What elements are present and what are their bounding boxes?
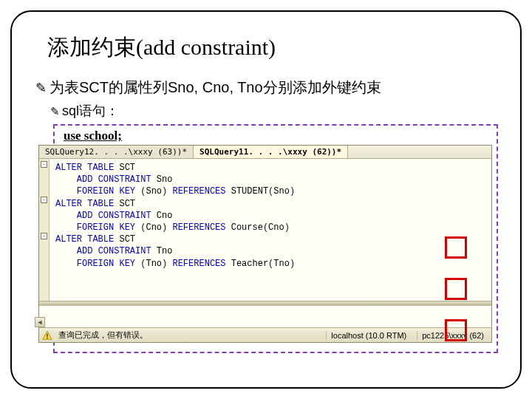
bullet-marker-icon: ✎ [35, 80, 47, 96]
use-statement: use school; [64, 129, 492, 143]
highlight-box [445, 236, 467, 259]
highlight-box [445, 319, 467, 341]
fold-icon[interactable]: - [41, 233, 47, 239]
code-region: use school; SQLQuery12. . . .\xxxy (63))… [53, 124, 498, 353]
scroll-left-icon[interactable]: ◄ [35, 317, 45, 327]
svg-rect-2 [47, 337, 48, 338]
code-lines: ALTER TABLE SCT ADD CONSTRAINT Sno FOREI… [55, 162, 490, 293]
tab-inactive[interactable]: SQLQuery12. . . .\xxxy (63))* [39, 146, 194, 158]
slide-frame: 添加约束(add constraint) ✎ 为表SCT的属性列Sno, Cno… [10, 10, 522, 389]
highlight-box [445, 278, 467, 300]
tab-bar: SQLQuery12. . . .\xxxy (63))* SQLQuery11… [39, 146, 491, 159]
fold-icon[interactable]: - [41, 161, 47, 168]
bullet-main: ✎ 为表SCT的属性列Sno, Cno, Tno分别添加外键约束 [35, 78, 501, 98]
fold-icon[interactable]: - [41, 197, 47, 203]
warning-icon [42, 330, 52, 341]
bullet-sub: ✎ sql语句： [50, 102, 501, 120]
bullet-sub-text: sql语句： [62, 102, 119, 120]
svg-rect-1 [47, 333, 48, 336]
tab-active[interactable]: SQLQuery11. . . .\xxxy (62))* [194, 146, 348, 158]
bullet-marker-icon: ✎ [50, 105, 60, 118]
sql-editor-window: SQLQuery12. . . .\xxxy (63))* SQLQuery11… [38, 145, 492, 343]
status-message: 查询已完成，但有错误。 [58, 330, 148, 341]
status-host: localhost (10.0 RTM) [326, 331, 411, 340]
code-editor[interactable]: - - - ALTER TABLE SCT ADD CONSTRAINT Sno… [39, 159, 491, 301]
slide-title: 添加约束(add constraint) [47, 33, 501, 63]
code-gutter: - - - [39, 159, 50, 301]
bullet-main-text: 为表SCT的属性列Sno, Cno, Tno分别添加外键约束 [50, 78, 381, 98]
status-bar: 查询已完成，但有错误。 localhost (10.0 RTM) pc1225\… [39, 327, 491, 342]
